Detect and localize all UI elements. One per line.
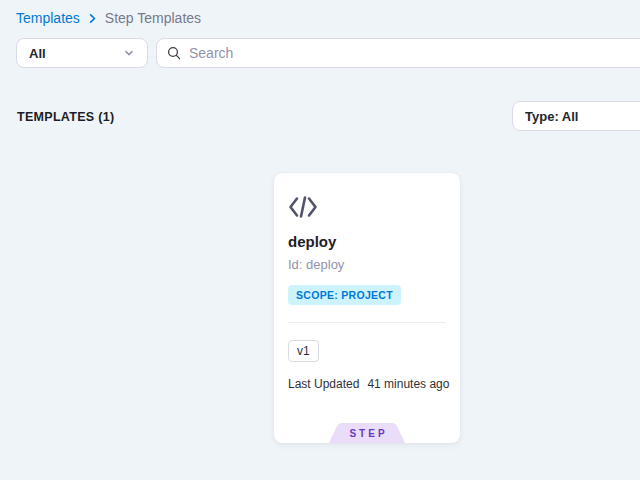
templates-count-label: TEMPLATES (1)	[17, 110, 114, 124]
code-icon	[288, 195, 318, 223]
step-templates-page: Templates Step Templates All TEMPLATES (…	[0, 0, 640, 480]
type-filter-value: Type: All	[525, 109, 578, 124]
breadcrumb: Templates Step Templates	[16, 10, 201, 26]
search-input[interactable]	[189, 45, 640, 61]
chevron-down-icon	[123, 47, 135, 59]
search-icon	[167, 46, 181, 60]
template-title: deploy	[288, 233, 336, 250]
last-updated-row: Last Updated 41 minutes ago	[288, 377, 449, 391]
scope-filter-value: All	[29, 46, 46, 61]
template-card[interactable]: deploy Id: deploy SCOPE: PROJECT v1 Last…	[274, 173, 460, 443]
search-box[interactable]	[156, 38, 640, 68]
breadcrumb-current-page: Step Templates	[105, 10, 201, 26]
type-filter-dropdown[interactable]: Type: All	[512, 101, 640, 131]
last-updated-value: 41 minutes ago	[367, 377, 449, 391]
scope-filter-dropdown[interactable]: All	[16, 38, 148, 68]
step-type-tab: STEP	[329, 423, 405, 443]
template-id: Id: deploy	[288, 257, 344, 272]
breadcrumb-link-templates[interactable]: Templates	[16, 10, 80, 26]
scope-badge: SCOPE: PROJECT	[288, 285, 401, 305]
last-updated-label: Last Updated	[288, 377, 359, 391]
card-divider	[288, 322, 446, 323]
version-chip[interactable]: v1	[288, 340, 319, 362]
breadcrumb-chevron-right-icon	[87, 13, 98, 24]
type-tab-label: STEP	[329, 423, 405, 443]
